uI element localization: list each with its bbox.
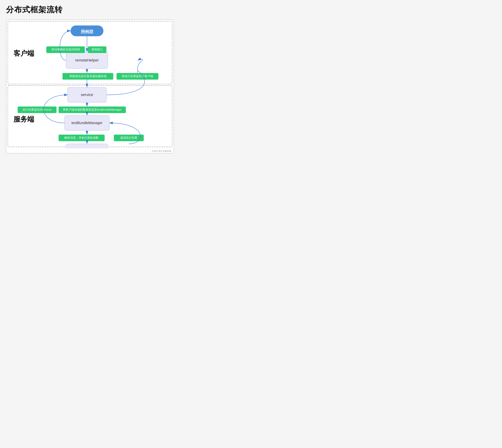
copyright: ©2024 电子发烧友网 xyxy=(6,149,174,153)
svg-text:将数据信息封装传递给服务端: 将数据信息封装传递给服务端 xyxy=(69,75,106,78)
svg-text:将结果解析后返回用例: 将结果解析后返回用例 xyxy=(51,48,80,51)
service-label: service xyxy=(81,93,93,97)
diagram-container: 客户端 用例层 remoteHelper 将结果解析后返回用例 调用接口 将数据… xyxy=(6,19,174,154)
client-section-label: 客户端 xyxy=(14,49,34,57)
svg-text:将执行结果返回至客户端: 将执行结果返回至客户端 xyxy=(122,75,153,78)
svg-text:执行结果返回至service: 执行结果返回至service xyxy=(23,108,52,111)
server-section-label: 服务端 xyxy=(13,115,34,123)
svg-text:解析信息，并执行相应函数: 解析信息，并执行相应函数 xyxy=(64,136,99,139)
svg-text:将客户端传递的数据发送至testBundleManager: 将客户端传递的数据发送至testBundleManager xyxy=(63,108,122,111)
page-title: 分布式框架流转 xyxy=(6,4,174,15)
test-api-node xyxy=(66,144,108,148)
svg-text:调用接口: 调用接口 xyxy=(91,48,103,51)
svg-text:返回执行结果: 返回执行结果 xyxy=(120,136,137,139)
remote-helper-label: remoteHelper xyxy=(75,58,99,62)
test-bundle-manager-label: testBundleManager xyxy=(71,121,102,125)
use-case-label: 用例层 xyxy=(80,29,93,34)
flow-diagram: 客户端 用例层 remoteHelper 将结果解析后返回用例 调用接口 将数据… xyxy=(6,20,174,148)
